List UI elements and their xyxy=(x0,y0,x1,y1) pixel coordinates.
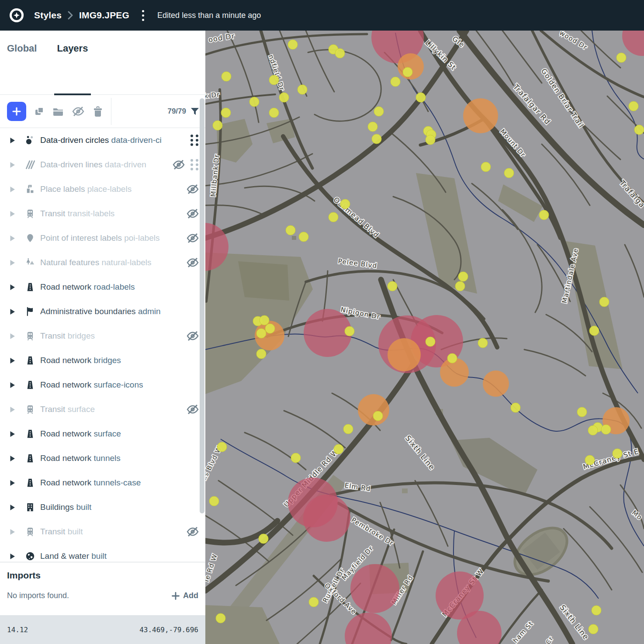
transit-layer-icon xyxy=(25,209,35,218)
trash-icon xyxy=(93,106,103,117)
poi-layer-icon xyxy=(25,233,35,243)
breadcrumb-styles[interactable]: Styles xyxy=(34,10,62,21)
style-title[interactable]: IMG9.JPEG xyxy=(79,10,129,21)
yellow-dot xyxy=(343,424,353,434)
yellow-dot xyxy=(335,48,345,58)
expand-arrow-icon[interactable] xyxy=(10,480,16,486)
add-layer-button[interactable] xyxy=(7,102,26,121)
yellow-dot xyxy=(217,442,227,452)
mapbox-studio-logo[interactable] xyxy=(9,7,24,23)
yellow-dot xyxy=(269,108,279,118)
layer-row-place-labels[interactable]: Place labels place-labels xyxy=(0,177,205,201)
yellow-dot xyxy=(222,72,231,81)
duplicate-icon xyxy=(34,106,45,117)
yellow-dot xyxy=(504,168,514,178)
yellow-dot xyxy=(455,281,465,291)
transit-layer-icon xyxy=(25,331,35,341)
layer-row-surface-icons[interactable]: Road network surface-icons xyxy=(0,373,205,397)
orange-circle xyxy=(463,98,498,133)
expand-arrow-icon[interactable] xyxy=(10,455,16,462)
yellow-dot xyxy=(256,329,266,338)
drag-handle[interactable] xyxy=(190,134,199,147)
kebab-menu-icon[interactable] xyxy=(137,8,149,23)
yellow-dot xyxy=(629,101,638,111)
imports-empty-text: No imports found. xyxy=(7,591,69,600)
yellow-dot xyxy=(416,93,426,102)
tab-global[interactable]: Global xyxy=(7,43,37,65)
orange-circle xyxy=(483,370,509,397)
eye-off-icon xyxy=(186,208,199,219)
layer-row-natural-labels[interactable]: Natural features natural-labels xyxy=(0,250,205,275)
yellow-dot xyxy=(329,212,338,222)
expand-arrow-icon[interactable] xyxy=(10,235,16,242)
layer-row-data-driven-ci[interactable]: Data-driven circles data-driven-ci xyxy=(0,128,205,152)
yellow-dot xyxy=(589,624,598,634)
layer-row-transit-labels[interactable]: Transit transit-labels xyxy=(0,201,205,226)
layer-label: Data-driven lines data-driven xyxy=(40,160,172,170)
expand-arrow-icon[interactable] xyxy=(10,431,16,437)
expand-arrow-icon[interactable] xyxy=(10,260,16,266)
layer-row-bridges[interactable]: Transit bridges xyxy=(0,324,205,348)
layer-row-surface[interactable]: Road network surface xyxy=(0,422,205,446)
expand-arrow-icon[interactable] xyxy=(10,553,16,560)
road-layer-icon xyxy=(25,380,35,390)
layer-label: Buildings built xyxy=(40,502,199,512)
expand-arrow-icon[interactable] xyxy=(10,211,16,217)
layer-label: Data-driven circles data-driven-ci xyxy=(40,135,190,145)
layer-row-surface[interactable]: Transit surface xyxy=(0,397,205,422)
hide-layer-button[interactable] xyxy=(72,106,85,117)
expand-arrow-icon[interactable] xyxy=(10,284,16,291)
yellow-dot xyxy=(601,425,611,434)
yellow-dot xyxy=(372,134,381,144)
layer-row-data-driven[interactable]: Data-driven lines data-driven xyxy=(0,152,205,177)
eye-off-icon xyxy=(72,106,85,117)
tab-layers[interactable]: Layers xyxy=(57,43,88,65)
expand-arrow-icon[interactable] xyxy=(10,333,16,339)
layer-row-admin[interactable]: Administrative boundaries admin xyxy=(0,299,205,324)
yellow-dot xyxy=(286,225,295,235)
layer-label: Transit bridges xyxy=(40,331,186,341)
eye-off-icon xyxy=(186,526,199,537)
map-svg[interactable]: ood Drk Drndfield DrGleLillykin Stwood D… xyxy=(205,31,644,644)
expand-arrow-icon[interactable] xyxy=(10,406,16,413)
place-layer-icon xyxy=(25,184,35,194)
expand-arrow-icon[interactable] xyxy=(10,308,16,315)
expand-arrow-icon[interactable] xyxy=(10,504,16,511)
layer-row-bridges[interactable]: Road network bridges xyxy=(0,348,205,373)
road-layer-icon xyxy=(25,454,35,463)
expand-arrow-icon[interactable] xyxy=(10,382,16,388)
layer-row-road-labels[interactable]: Road network road-labels xyxy=(0,275,205,299)
chevron-right-icon xyxy=(68,11,73,20)
layer-row-tunnels-case[interactable]: Road network tunnels-case xyxy=(0,471,205,495)
duplicate-layer-button[interactable] xyxy=(34,106,45,117)
layer-row-built[interactable]: Buildings built xyxy=(0,495,205,519)
eye-off-icon xyxy=(172,159,185,170)
expand-arrow-icon[interactable] xyxy=(10,186,16,193)
delete-layer-button[interactable] xyxy=(93,106,103,117)
road-label: k Dr xyxy=(205,90,220,100)
yellow-dot xyxy=(259,534,268,544)
expand-arrow-icon[interactable] xyxy=(10,137,16,144)
layer-label: Transit built xyxy=(40,527,186,537)
road-layer-icon xyxy=(25,478,35,488)
group-layers-button[interactable] xyxy=(52,106,64,117)
expand-arrow-icon[interactable] xyxy=(10,357,16,364)
yellow-dot xyxy=(256,349,266,359)
eye-off-icon xyxy=(186,404,199,415)
road-layer-icon xyxy=(25,356,35,365)
cursor-coordinates: 43.469,-79.696 xyxy=(139,626,198,634)
yellow-dot xyxy=(260,315,269,325)
layer-row-built[interactable]: Transit built xyxy=(0,519,205,544)
layer-row-tunnels[interactable]: Road network tunnels xyxy=(0,446,205,471)
map-canvas[interactable]: ood Drk Drndfield DrGleLillykin Stwood D… xyxy=(205,31,644,644)
yellow-dot xyxy=(426,337,435,346)
drag-handle[interactable] xyxy=(190,158,199,171)
layer-list-scrollbar[interactable] xyxy=(200,98,204,513)
layer-row-poi-labels[interactable]: Point of interest labels poi-labels xyxy=(0,226,205,250)
expand-arrow-icon[interactable] xyxy=(10,529,16,535)
layer-label: Point of interest labels poi-labels xyxy=(40,233,186,243)
expand-arrow-icon[interactable] xyxy=(10,162,16,168)
filter-layers-button[interactable] xyxy=(190,107,199,116)
add-import-button[interactable]: Add xyxy=(172,591,198,600)
building-layer-icon xyxy=(25,502,35,512)
